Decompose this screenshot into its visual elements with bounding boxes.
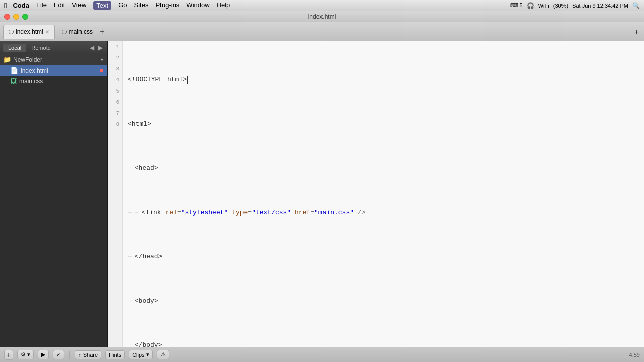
- sidebar-back-button[interactable]: ◀: [88, 44, 96, 52]
- battery-status: (30%): [553, 3, 568, 9]
- folder-name: NewFolder: [13, 56, 98, 63]
- code-line-2: <html>: [128, 119, 639, 130]
- line-num-5: 5: [111, 85, 119, 97]
- warning-button[interactable]: ⚠: [157, 350, 169, 359]
- tools-button[interactable]: ⚙ ▾: [17, 350, 34, 359]
- clock: Sat Jun 9 12:34:42 PM: [572, 3, 628, 9]
- menu-bar:  Coda File Edit View Text Go Sites Plug…: [0, 0, 644, 11]
- sidebar-file-main-css[interactable]: 🖼 main.css: [0, 76, 107, 86]
- clips-label: Clips: [132, 352, 144, 358]
- line-num-1: 1: [111, 41, 119, 52]
- sidebar-folder[interactable]: 📁 NewFolder ▼: [0, 54, 107, 65]
- line-num-7: 7: [111, 108, 119, 119]
- editor-content[interactable]: 1 2 3 4 5 6 7 8 <!DOCTYPE html> <html>: [108, 41, 644, 347]
- file-name-html: index.html: [21, 67, 48, 74]
- sidebar-tab-local[interactable]: Local: [3, 44, 26, 52]
- folder-icon: 📁: [3, 56, 11, 63]
- sidebar-tab-remote[interactable]: Remote: [26, 44, 56, 52]
- wifi-status: WiFi: [538, 3, 549, 9]
- share-label: Share: [83, 352, 98, 358]
- tab-spinner-css: [62, 29, 67, 34]
- sidebar: Local Remote ◀ ▶ 📁 NewFolder ▼ 📄 index.h…: [0, 41, 108, 347]
- share-button[interactable]: ↑ Share: [75, 350, 101, 359]
- menu-help[interactable]: Help: [217, 1, 230, 10]
- file-dirty-indicator: [100, 69, 103, 72]
- title-bar: index.html: [0, 11, 644, 22]
- hints-button[interactable]: Hints: [105, 350, 125, 359]
- apple-icon[interactable]: : [4, 1, 7, 10]
- keyboard-icon: ⌨ 5: [510, 2, 523, 9]
- separator: [69, 351, 70, 359]
- menu-edit[interactable]: Edit: [54, 1, 65, 10]
- share-icon: ↑: [78, 352, 82, 358]
- sidebar-nav-buttons: ◀ ▶: [88, 44, 104, 52]
- code-line-1: <!DOCTYPE html>: [128, 74, 639, 85]
- clips-button[interactable]: Clips ▾: [129, 350, 152, 359]
- line-num-6: 6: [111, 97, 119, 108]
- close-button[interactable]: [4, 14, 10, 20]
- maximize-button[interactable]: [22, 14, 28, 20]
- sidebar-forward-button[interactable]: ▶: [97, 44, 104, 52]
- file-icon-css: 🖼: [10, 77, 17, 85]
- sidebar-tabs: Local Remote: [3, 44, 56, 52]
- sidebar-file-index-html[interactable]: 📄 index.html: [0, 65, 107, 76]
- tab-loading-indicator: [9, 29, 14, 34]
- editor[interactable]: 1 2 3 4 5 6 7 8 <!DOCTYPE html> <html>: [108, 41, 644, 347]
- code-line-4: → → <link rel="stylesheet" type="text/cs…: [128, 207, 639, 218]
- menu-sites[interactable]: Sites: [134, 1, 148, 10]
- menu-window[interactable]: Window: [186, 1, 209, 10]
- code-line-3: → <head>: [128, 163, 639, 174]
- spotlight-icon[interactable]: 🔍: [632, 2, 640, 9]
- line-numbers: 1 2 3 4 5 6 7 8: [108, 41, 123, 347]
- line-col: 4:59: [629, 352, 640, 358]
- new-tab-button[interactable]: +: [100, 27, 104, 36]
- validate-button[interactable]: ✓: [53, 350, 64, 359]
- line-num-3: 3: [111, 63, 119, 74]
- line-num-4: 4: [111, 74, 119, 85]
- toolbar: index.html ✕ main.css + +: [0, 22, 644, 41]
- menu-text[interactable]: Text: [93, 1, 111, 10]
- minimize-button[interactable]: [13, 14, 19, 20]
- line-num-2: 2: [111, 52, 119, 63]
- tab-close-button[interactable]: ✕: [45, 29, 49, 35]
- toolbar-right: +: [633, 27, 641, 37]
- add-file-button[interactable]: +: [4, 350, 13, 360]
- window-title: index.html: [308, 13, 336, 20]
- main-area: Local Remote ◀ ▶ 📁 NewFolder ▼ 📄 index.h…: [0, 41, 644, 347]
- toolbar-add-button[interactable]: +: [633, 27, 641, 37]
- code-line-7: → </body>: [128, 340, 639, 347]
- sidebar-header: Local Remote ◀ ▶: [0, 41, 107, 54]
- preview-button[interactable]: ▶: [38, 350, 49, 359]
- clips-dropdown-icon: ▾: [146, 351, 149, 358]
- code-area[interactable]: <!DOCTYPE html> <html> → <head> → → <lin…: [123, 41, 644, 347]
- folder-down-arrow: ▼: [100, 57, 104, 62]
- file-name-css: main.css: [19, 78, 43, 85]
- line-num-8: 8: [111, 119, 119, 130]
- hints-label: Hints: [109, 352, 121, 358]
- tab-main-css[interactable]: main.css: [57, 25, 98, 39]
- code-line-5: → </head>: [128, 251, 639, 262]
- code-line-6: → <body>: [128, 296, 639, 307]
- file-icon-html: 📄: [10, 67, 18, 74]
- tab-index-html[interactable]: index.html ✕: [3, 25, 55, 39]
- menu-file[interactable]: File: [36, 1, 47, 10]
- tab-css-label: main.css: [69, 28, 93, 35]
- menu-view[interactable]: View: [72, 1, 86, 10]
- tab-label: index.html: [16, 28, 43, 35]
- headphone-icon: 🎧: [527, 2, 534, 9]
- app-name[interactable]: Coda: [13, 2, 29, 9]
- menu-go[interactable]: Go: [118, 1, 127, 10]
- menu-plugins[interactable]: Plug-ins: [155, 1, 179, 10]
- bottom-bar: + ⚙ ▾ ▶ ✓ ↑ Share Hints Clips ▾ ⚠ 4:59: [0, 347, 644, 362]
- traffic-lights: [4, 14, 28, 20]
